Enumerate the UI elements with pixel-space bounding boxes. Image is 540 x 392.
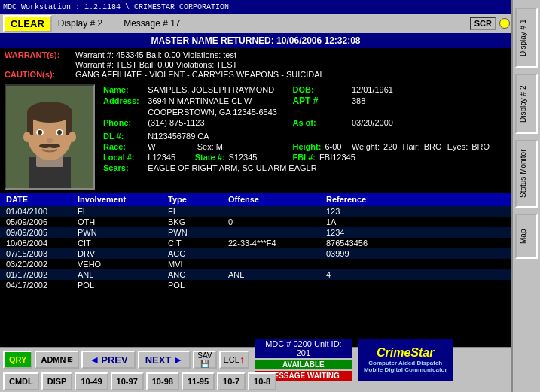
address-label: Address:	[101, 95, 145, 107]
photo-area	[5, 84, 95, 190]
svg-point-15	[69, 132, 76, 142]
height-cell: Height: 6-00	[290, 141, 349, 152]
prev-arrow: ◄	[89, 354, 99, 366]
next-button[interactable]: NEXT ►	[138, 351, 191, 369]
btn-107[interactable]: 10-7	[217, 372, 246, 390]
cell-type: ACC	[166, 249, 227, 258]
cell-offense: 0	[227, 217, 325, 226]
cell-involvement: VEHO	[76, 260, 166, 269]
ecl-label: ECL	[224, 355, 239, 364]
name-label: Name:	[101, 84, 145, 95]
name-value: SAMPLES, JOESEPH RAYMOND	[145, 84, 290, 95]
master-name-bar: MASTER NAME RETURNED: 10/06/2006 12:32:0…	[0, 33, 511, 48]
fbi-cell: FBI #: FBI12345	[290, 152, 507, 163]
height-label: Height:	[292, 142, 321, 151]
table-row[interactable]: 07/15/2003 DRV ACC 03999	[0, 248, 511, 259]
apt-value: 388	[349, 95, 507, 107]
col-type: Type	[166, 194, 227, 205]
cell-involvement: FI	[76, 207, 166, 216]
cell-offense: ANL	[227, 270, 325, 279]
prev-button[interactable]: ◄ PREV	[81, 351, 135, 369]
cell-offense	[227, 260, 325, 269]
cell-reference	[325, 260, 407, 269]
btn-1097[interactable]: 10-97	[111, 372, 144, 390]
cell-offense: 22-33-4***F4	[227, 239, 325, 248]
warrant-label: WARRANT(s):	[5, 50, 72, 59]
eyes-value: BRO	[471, 142, 490, 151]
table-row[interactable]: 09/09/2005 PWN PWN 1234	[0, 227, 511, 238]
save-button[interactable]: SAV 💾	[193, 351, 216, 369]
save-label: SAV	[197, 351, 212, 360]
message-label: Message # 17	[124, 18, 180, 29]
cell-offense	[227, 281, 325, 290]
svg-point-4	[27, 102, 72, 123]
mdc-unit-row: MDC # 0200 Unit ID: 201	[255, 339, 352, 358]
dl-value: N123456789 CA	[145, 131, 507, 141]
admn-icon: ⊞	[67, 356, 73, 363]
save-icon: 💾	[200, 360, 209, 368]
hair-value: BRO	[424, 142, 442, 151]
table-row[interactable]: 01/04/2100 FI FI 123	[0, 206, 511, 217]
cell-reference	[325, 281, 407, 290]
clear-button[interactable]: CLEAR	[3, 15, 52, 32]
table-row[interactable]: 04/17/2002 POL POL	[0, 280, 511, 290]
table-row[interactable]: 10/08/2004 CIT CIT 22-33-4***F4 87654345…	[0, 238, 511, 248]
warrant-label2	[5, 60, 72, 69]
state-value: S12345	[229, 153, 258, 162]
table-row[interactable]: 01/17/2002 ANL ANC ANL 4	[0, 269, 511, 280]
led-yellow	[499, 18, 510, 29]
dob-label: DOB:	[290, 84, 349, 95]
crimestar-name: CrimeStar	[377, 346, 434, 360]
svg-point-14	[23, 132, 31, 142]
cell-reference: 876543456	[325, 239, 407, 248]
cell-type: POL	[166, 281, 227, 290]
svg-point-11	[47, 138, 53, 143]
cell-offense	[227, 249, 325, 258]
btn-108[interactable]: 10-8	[248, 372, 276, 390]
dl-label: DL #:	[101, 131, 145, 141]
state-cell: State #: S12345	[193, 152, 291, 163]
warrant-line2: Warrant #: TEST Bail: 0.00 Violations: T…	[75, 60, 237, 69]
display1-button[interactable]: Display # 1	[515, 8, 538, 68]
col-involvement: Involvement	[76, 194, 166, 205]
cell-date: 07/15/2003	[5, 249, 76, 258]
bottom-row1: QRY ADMN⊞ ◄ PREV NEXT ► SAV 💾 ECL ↑ MDC …	[0, 348, 511, 371]
scars-label: Scars:	[101, 163, 145, 173]
weight-value: 220	[383, 142, 397, 151]
cell-reference: 4	[325, 270, 407, 279]
btn-1195[interactable]: 11-95	[182, 372, 215, 390]
table-row[interactable]: 03/20/2002 VEHO MVI	[0, 259, 511, 269]
map-button[interactable]: Map	[515, 214, 538, 259]
btn-1098[interactable]: 10-98	[146, 372, 179, 390]
cell-offense	[227, 228, 325, 237]
cell-date: 01/04/2100	[5, 207, 76, 216]
alerts-section: WARRANT(s): Warrant #: 453345 Bail: 0.00…	[0, 48, 511, 81]
sex-label: Sex: M	[193, 141, 291, 152]
display2-button[interactable]: Display # 2	[515, 74, 538, 134]
phone-label: Phone:	[101, 117, 145, 128]
cmdl-button[interactable]: CMDL	[3, 372, 39, 390]
status-button[interactable]: Status Monitor	[515, 140, 538, 208]
dob-value: 12/01/1961	[349, 84, 507, 95]
admn-button[interactable]: ADMN⊞	[35, 351, 79, 369]
cell-involvement: PWN	[76, 228, 166, 237]
local-value: L12345	[145, 152, 192, 163]
ecl-button[interactable]: ECL ↑	[219, 351, 249, 369]
address-line1: 3694 N MARTINVALE CL W	[145, 95, 290, 107]
title-text: MDC Workstation : 1.2.1184 \ CRIMESTAR C…	[3, 3, 229, 11]
cell-date: 10/08/2004	[5, 239, 76, 248]
next-label: NEXT	[145, 354, 172, 366]
person-section: Name: SAMPLES, JOESEPH RAYMOND DOB: 12/0…	[0, 81, 511, 193]
right-sidebar: Display # 1 Display # 2 Status Monitor M…	[511, 0, 540, 392]
svg-rect-6	[66, 112, 72, 135]
btn-1049[interactable]: 10-49	[75, 372, 108, 390]
disp-button[interactable]: DISP	[41, 372, 73, 390]
race-value: W	[145, 141, 192, 152]
eyes-label: Eyes:	[447, 142, 468, 151]
table-row[interactable]: 05/09/2006 OTH BKG 0 1A	[0, 217, 511, 227]
crimestar-sub2: Mobile Digital Communicator	[364, 366, 447, 373]
mugshot-image	[6, 86, 93, 188]
cell-date: 05/09/2006	[5, 217, 76, 226]
qry-button[interactable]: QRY	[3, 351, 32, 369]
cell-date: 03/20/2002	[5, 260, 76, 269]
